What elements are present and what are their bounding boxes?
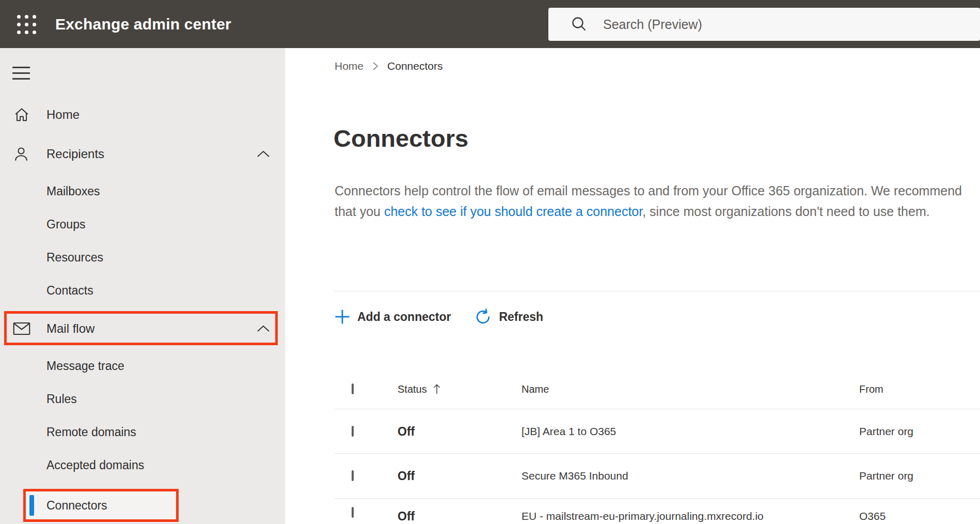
sidebar-item-recipients[interactable]: Recipients <box>0 137 285 171</box>
mail-icon <box>13 321 30 336</box>
search-placeholder: Search (Preview) <box>603 17 702 32</box>
add-connector-button[interactable]: Add a connector <box>335 302 459 331</box>
connector-name[interactable]: EU - mailstream-eu-primary.journaling.mx… <box>521 510 764 522</box>
sidebar-item-label: Mail flow <box>46 321 94 336</box>
table-header-row: Status Name From <box>335 369 980 409</box>
refresh-icon <box>475 309 492 326</box>
table-row[interactable]: Off EU - mailstream-eu-primary.journalin… <box>335 499 980 524</box>
create-connector-check-link[interactable]: check to see if you should create a conn… <box>384 204 642 219</box>
person-icon <box>13 145 29 163</box>
selected-item-indicator <box>29 495 34 516</box>
connector-status: Off <box>398 469 415 483</box>
connector-name[interactable]: [JB] Area 1 to O365 <box>521 425 616 438</box>
toolbar-divider <box>335 291 980 291</box>
sidebar-item-home[interactable]: Home <box>0 98 285 131</box>
column-header-from[interactable]: From <box>859 383 883 395</box>
connector-from: O365 <box>859 510 886 522</box>
sidebar-item-mail-flow[interactable]: Mail flow <box>0 312 285 346</box>
sidebar-item-groups[interactable]: Groups <box>0 208 285 241</box>
sidebar-item-label: Recipients <box>46 147 104 161</box>
chevron-up-icon[interactable] <box>256 325 271 333</box>
sidebar-item-resources[interactable]: Resources <box>0 241 285 274</box>
sort-ascending-icon <box>432 383 441 395</box>
connector-status: Off <box>398 424 415 438</box>
sidebar-item-contacts[interactable]: Contacts <box>0 274 285 307</box>
breadcrumb-home-link[interactable]: Home <box>335 60 363 72</box>
chevron-up-icon[interactable] <box>256 150 271 158</box>
connector-name[interactable]: Secure M365 Inbound <box>521 470 628 482</box>
chevron-right-icon <box>371 60 380 72</box>
page-description: Connectors help control the flow of emai… <box>335 180 971 222</box>
breadcrumb-current: Connectors <box>387 60 442 72</box>
waffle-icon <box>17 15 36 34</box>
connector-status: Off <box>398 510 415 523</box>
select-all-checkbox[interactable] <box>352 383 354 394</box>
breadcrumb: Home Connectors <box>335 60 442 72</box>
connector-from: Partner org <box>859 470 913 482</box>
app-launcher-button[interactable] <box>11 9 41 39</box>
search-input[interactable]: Search (Preview) <box>548 8 980 41</box>
plus-icon <box>335 309 350 325</box>
nav-collapse-button[interactable] <box>12 67 30 80</box>
description-text: , since most organizations don't need to… <box>642 204 929 219</box>
command-bar: Add a connector Refresh <box>335 302 551 331</box>
exchange-admin-center-screen: Exchange admin center Search (Preview) <box>0 0 980 524</box>
sidebar-item-label: Home <box>46 107 80 122</box>
sidebar-item-accepted-domains[interactable]: Accepted domains <box>0 449 285 482</box>
app-title: Exchange admin center <box>55 0 231 48</box>
left-navigation: Home Recipients Mailboxes Groups Reso <box>0 48 285 524</box>
sidebar-item-mailboxes[interactable]: Mailboxes <box>0 175 285 208</box>
main-content: Home Connectors Connectors Connectors he… <box>285 48 980 524</box>
row-checkbox[interactable] <box>352 470 354 481</box>
sidebar-item-connectors[interactable]: Connectors <box>0 489 285 522</box>
refresh-button[interactable]: Refresh <box>466 302 551 331</box>
connector-from: Partner org <box>859 425 913 438</box>
top-app-bar: Exchange admin center Search (Preview) <box>0 0 980 48</box>
sidebar-item-remote-domains[interactable]: Remote domains <box>0 415 285 449</box>
table-row[interactable]: Off Secure M365 Inbound Partner org <box>335 454 980 499</box>
search-icon <box>569 14 590 35</box>
column-header-status[interactable]: Status <box>398 383 441 395</box>
table-row[interactable]: Off [JB] Area 1 to O365 Partner org <box>335 409 980 454</box>
row-checkbox[interactable] <box>352 507 354 518</box>
row-checkbox[interactable] <box>352 426 354 437</box>
home-icon <box>13 106 30 123</box>
page-title: Connectors <box>334 124 468 152</box>
sidebar-item-rules[interactable]: Rules <box>0 382 285 415</box>
column-header-name[interactable]: Name <box>521 383 549 395</box>
sidebar-item-message-trace[interactable]: Message trace <box>0 349 285 382</box>
